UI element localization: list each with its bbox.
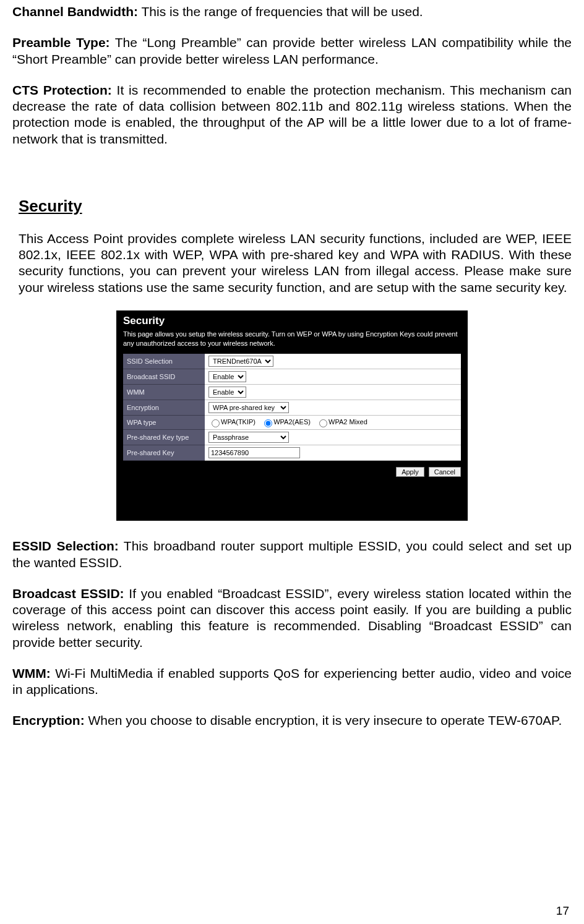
label-broadcast-ssid: Broadcast SSID (123, 369, 205, 385)
input-psk[interactable] (208, 447, 300, 458)
radio-wpa2-aes-label[interactable]: WPA2(AES) (261, 418, 311, 426)
radio-wpa2-mixed-label[interactable]: WPA2 Mixed (316, 418, 367, 426)
label-encryption: Encryption (123, 400, 205, 416)
cell-encryption: WPA pre-shared key (205, 400, 461, 416)
security-panel-wrap: Security This page allows you setup the … (12, 310, 572, 521)
text-channel-bandwidth: This is the range of frequencies that wi… (138, 4, 423, 19)
panel-spacer (123, 477, 461, 514)
apply-button[interactable]: Apply (396, 467, 424, 477)
para-encryption: Encryption: When you choose to disable e… (12, 712, 572, 729)
label-broadcast-essid: Broadcast ESSID: (12, 586, 124, 601)
select-broadcast-ssid[interactable]: Enable (208, 371, 246, 382)
security-form-table: SSID Selection TRENDnet670A Broadcast SS… (123, 354, 461, 461)
cell-wmm: Enable (205, 385, 461, 400)
radio-wpa2-mixed[interactable] (319, 419, 327, 427)
page: Channel Bandwidth: This is the range of … (0, 0, 584, 924)
label-wpa-type: WPA type (123, 416, 205, 430)
radio-wpa2-aes[interactable] (264, 419, 272, 427)
row-ssid-selection: SSID Selection TRENDnet670A (123, 354, 461, 369)
label-cts-protection: CTS Protection: (12, 83, 112, 97)
label-wmm: WMM (123, 385, 205, 400)
text-wmm-para: Wi-Fi MultiMedia if enabled supports QoS… (12, 666, 572, 696)
label-psk-type: Pre-shared Key type (123, 430, 205, 445)
para-essid-selection: ESSID Selection: This broadband router s… (12, 538, 572, 571)
row-encryption: Encryption WPA pre-shared key (123, 400, 461, 416)
label-psk: Pre-shared Key (123, 445, 205, 461)
para-preamble-type: Preamble Type: The “Long Preamble” can p… (12, 35, 572, 67)
panel-desc: This page allows you setup the wireless … (123, 330, 461, 348)
label-essid-selection: ESSID Selection: (12, 539, 119, 553)
para-security-intro: This Access Point provides complete wire… (19, 231, 572, 296)
cell-broadcast-ssid: Enable (205, 369, 461, 385)
select-wmm[interactable]: Enable (208, 387, 246, 398)
panel-title: Security (123, 315, 461, 327)
para-channel-bandwidth: Channel Bandwidth: This is the range of … (12, 4, 572, 20)
row-wmm: WMM Enable (123, 385, 461, 400)
para-broadcast-essid: Broadcast ESSID: If you enabled “Broadca… (12, 586, 572, 651)
text-encryption-para: When you choose to disable encryption, i… (85, 713, 562, 727)
cell-psk (205, 445, 461, 461)
cell-psk-type: Passphrase (205, 430, 461, 445)
para-cts-protection: CTS Protection: It is recommended to ena… (12, 82, 572, 147)
heading-security: Security (19, 197, 572, 216)
label-channel-bandwidth: Channel Bandwidth: (12, 4, 138, 19)
select-psk-type[interactable]: Passphrase (208, 432, 289, 443)
radio-wpa2-aes-text: WPA2(AES) (273, 418, 311, 426)
radio-wpa-tkip-label[interactable]: WPA(TKIP) (208, 418, 256, 426)
select-encryption[interactable]: WPA pre-shared key (208, 402, 289, 413)
select-ssid[interactable]: TRENDnet670A (208, 356, 273, 367)
cell-wpa-type: WPA(TKIP) WPA2(AES) WPA2 Mixed (205, 416, 461, 430)
row-broadcast-ssid: Broadcast SSID Enable (123, 369, 461, 385)
row-psk-type: Pre-shared Key type Passphrase (123, 430, 461, 445)
label-ssid-selection: SSID Selection (123, 354, 205, 369)
label-preamble-type: Preamble Type: (12, 35, 110, 49)
cancel-button[interactable]: Cancel (429, 467, 461, 477)
security-panel: Security This page allows you setup the … (116, 310, 468, 521)
label-wmm-para: WMM: (12, 666, 51, 680)
radio-wpa-tkip-text: WPA(TKIP) (221, 418, 256, 426)
button-row: Apply Cancel (123, 467, 461, 477)
row-wpa-type: WPA type WPA(TKIP) WPA2(AES) WPA2 Mixed (123, 416, 461, 430)
radio-wpa2-mixed-text: WPA2 Mixed (328, 418, 367, 426)
radio-wpa-tkip[interactable] (212, 419, 220, 427)
label-encryption-para: Encryption: (12, 713, 85, 727)
cell-ssid-selection: TRENDnet670A (205, 354, 461, 369)
para-wmm: WMM: Wi-Fi MultiMedia if enabled support… (12, 665, 572, 698)
page-number: 17 (556, 904, 569, 918)
row-psk: Pre-shared Key (123, 445, 461, 461)
